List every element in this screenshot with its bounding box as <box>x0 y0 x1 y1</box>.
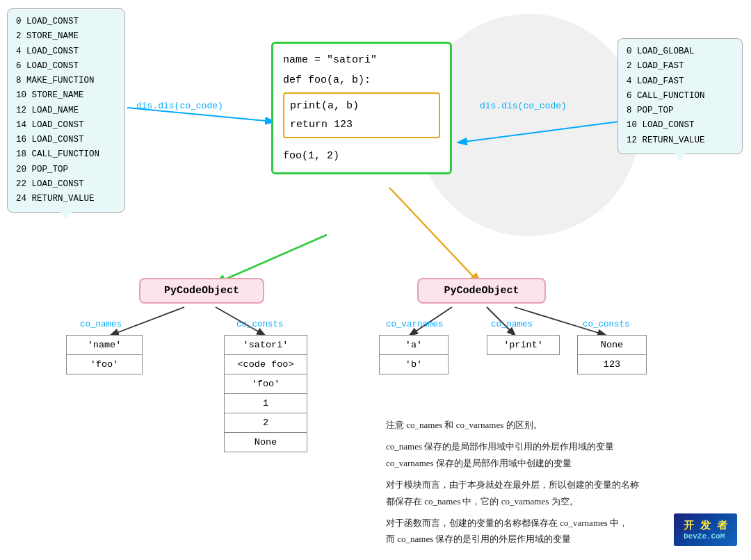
code-line3: foo(1, 2) <box>283 147 440 165</box>
table-cell: 2 <box>225 413 307 433</box>
bytecode-right-line-item: 4 LOAD_FAST <box>627 74 734 89</box>
table-cell: None <box>578 336 646 355</box>
bytecode-right-line-item: 8 POP_TOP <box>627 104 734 118</box>
watermark: 开 发 者 DevZe.CoM <box>674 513 737 546</box>
main-container: 0 LOAD_CONST2 STORE_NAME4 LOAD_CONST6 LO… <box>0 0 751 560</box>
col-label-consts-left: co_consts <box>236 320 284 329</box>
code-inner-line1: print(a, b) <box>290 97 433 115</box>
bytecode-left-line-item: 6 LOAD_CONST <box>16 59 116 74</box>
dis-label-left: dis.dis(co_code) <box>136 101 223 111</box>
bytecode-left-line-item: 12 LOAD_NAME <box>16 104 116 118</box>
bytecode-left-line: 0 LOAD_CONST2 STORE_NAME4 LOAD_CONST6 LO… <box>16 15 116 206</box>
bytecode-left-line-item: 14 LOAD_CONST <box>16 118 116 133</box>
code-center-box: name = "satori" def foo(a, b): print(a, … <box>271 42 452 174</box>
table-cell: 'name' <box>67 336 142 355</box>
table-names-right: 'print' <box>487 335 560 355</box>
bytecode-left-line-item: 22 LOAD_CONST <box>16 177 116 192</box>
ann-line5: 都保存在 co_names 中，它的 co_varnames 为空。 <box>386 493 706 509</box>
bytecode-right-line: 0 LOAD_GLOBAL2 LOAD_FAST4 LOAD_FAST6 CAL… <box>627 44 734 148</box>
table-cell: 'print' <box>487 336 559 354</box>
ann-line4: 对于模块而言，由于本身就处在最外层，所以创建的变量的名称 <box>386 477 706 493</box>
table-cell: 123 <box>578 355 646 374</box>
table-cell: 1 <box>225 394 307 413</box>
bytecode-right: 0 LOAD_GLOBAL2 LOAD_FAST4 LOAD_FAST6 CAL… <box>617 38 743 154</box>
annotation-block: 注意 co_names 和 co_varnames 的区别。 co_names … <box>386 417 706 547</box>
watermark-line1: 开 发 者 <box>684 519 727 532</box>
code-line2: def foo(a, b): <box>283 71 440 90</box>
col-label-names: co_names <box>80 320 122 329</box>
bytecode-left-line-item: 4 LOAD_CONST <box>16 44 116 59</box>
table-varnames-right: 'a''b' <box>379 335 449 374</box>
pycode-left: PyCodeObject <box>139 278 264 304</box>
bytecode-left-line-item: 10 STORE_NAME <box>16 88 116 103</box>
col-label-names-right: co_names <box>491 320 533 329</box>
svg-line-4 <box>111 307 184 335</box>
svg-line-2 <box>216 235 327 283</box>
bytecode-right-line-item: 2 LOAD_FAST <box>627 59 734 74</box>
table-cell: 'foo' <box>225 374 307 394</box>
bytecode-left-line-item: 0 LOAD_CONST <box>16 15 116 29</box>
bytecode-left-line-item: 16 LOAD_CONST <box>16 133 116 147</box>
bytecode-left-line-item: 24 RETURN_VALUE <box>16 192 116 206</box>
ann-line3: co_varnames 保存的是局部作用域中创建的变量 <box>386 455 706 471</box>
bytecode-right-line-item: 10 LOAD_CONST <box>627 118 734 133</box>
table-cell: 'b' <box>380 355 448 374</box>
code-inner-line2: return 123 <box>290 115 433 134</box>
bytecode-left-line-item: 20 POP_TOP <box>16 163 116 177</box>
table-cell: 'a' <box>380 336 448 355</box>
table-cell: 'foo' <box>67 355 142 374</box>
dis-label-right: dis.dis(co_code) <box>480 101 567 111</box>
code-line1: name = "satori" <box>283 51 440 69</box>
table-cell: None <box>225 433 307 452</box>
col-label-varnames: co_varnames <box>386 320 444 329</box>
ann-line7: 而 co_names 保存的是引用的外层作用域的变量 <box>386 531 706 547</box>
bytecode-left-line-item: 18 CALL_FUNCTION <box>16 147 116 162</box>
bytecode-left-line-item: 2 STORE_NAME <box>16 29 116 44</box>
table-consts-right: None123 <box>577 335 647 374</box>
ann-line2: co_names 保存的是局部作用域中引用的外层作用域的变量 <box>386 438 706 454</box>
table-consts-left: 'satori'<code foo>'foo'12None <box>224 335 307 452</box>
table-names-left: 'name''foo' <box>66 335 143 374</box>
watermark-line2: DevZe.CoM <box>684 532 727 541</box>
table-cell: 'satori' <box>225 336 307 355</box>
bytecode-right-line-item: 6 CALL_FUNCTION <box>627 89 734 104</box>
bytecode-left-line-item: 8 MAKE_FUNCTION <box>16 74 116 88</box>
bytecode-right-line-item: 12 RETURN_VALUE <box>627 133 734 148</box>
bytecode-right-line-item: 0 LOAD_GLOBAL <box>627 44 734 59</box>
pycode-right: PyCodeObject <box>417 278 546 304</box>
ann-line1: 注意 co_names 和 co_varnames 的区别。 <box>386 417 706 433</box>
ann-line6: 对于函数而言，创建的变量的名称都保存在 co_varnames 中， <box>386 515 706 531</box>
col-label-consts-right: co_consts <box>583 320 630 329</box>
table-cell: <code foo> <box>225 355 307 374</box>
code-inner-box: print(a, b) return 123 <box>283 92 440 138</box>
bytecode-left: 0 LOAD_CONST2 STORE_NAME4 LOAD_CONST6 LO… <box>7 8 125 213</box>
